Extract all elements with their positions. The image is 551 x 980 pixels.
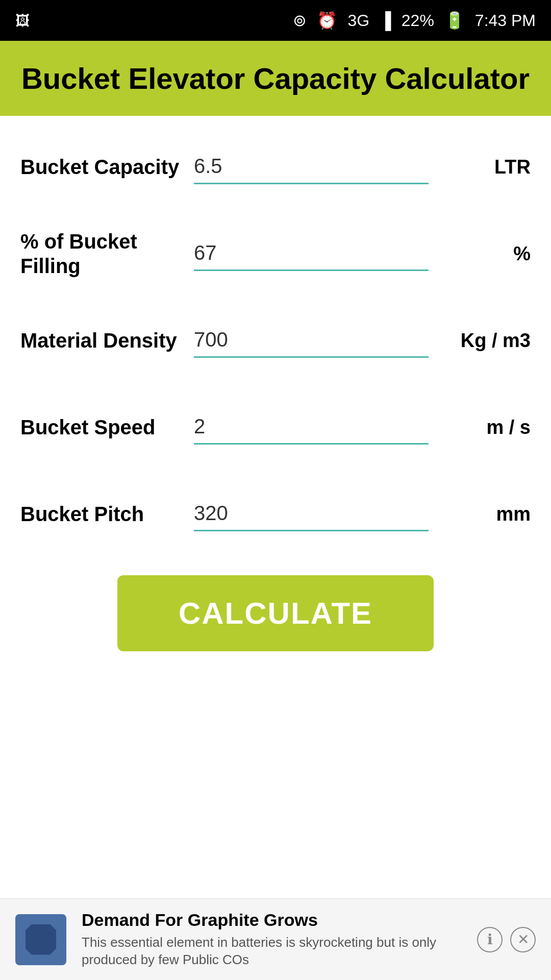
alarm-icon: ⏰ — [317, 11, 337, 30]
bucket-speed-unit: m / s — [439, 416, 531, 438]
clock: 7:43 PM — [475, 11, 536, 30]
bucket-speed-input-container — [194, 410, 429, 445]
bucket-speed-label: Bucket Speed — [20, 415, 184, 439]
ad-logo-graphic — [26, 924, 56, 955]
bucket-filling-row: % of Bucket Filling % — [20, 223, 531, 284]
bucket-speed-row: Bucket Speed m / s — [20, 397, 531, 458]
status-bar: 🖼 ⊚ ⏰ 3G ▐ 22% 🔋 7:43 PM — [0, 0, 551, 41]
app-header: Bucket Elevator Capacity Calculator — [0, 41, 551, 116]
ad-icons-row: ℹ ✕ — [477, 927, 536, 952]
material-density-unit: Kg / m3 — [439, 330, 531, 352]
app-title: Bucket Elevator Capacity Calculator — [10, 61, 541, 95]
bucket-pitch-input-container — [194, 497, 429, 531]
network-indicator: 3G — [347, 11, 369, 30]
ad-content: Demand For Graphite Grows This essential… — [82, 910, 477, 969]
bucket-speed-input[interactable] — [194, 410, 429, 445]
bucket-pitch-input[interactable] — [194, 497, 429, 531]
battery-icon: 🔋 — [444, 11, 465, 30]
material-density-input-container — [194, 323, 429, 358]
status-bar-left: 🖼 — [15, 12, 30, 29]
ad-logo — [15, 914, 66, 965]
material-density-row: Material Density Kg / m3 — [20, 310, 531, 371]
bucket-filling-input[interactable] — [194, 236, 429, 271]
bucket-capacity-label: Bucket Capacity — [20, 155, 184, 179]
wifi-icon: ⊚ — [293, 11, 307, 30]
ad-title: Demand For Graphite Grows — [82, 910, 477, 930]
main-content: Bucket Capacity LTR % of Bucket Filling … — [0, 116, 551, 702]
bucket-pitch-unit: mm — [439, 503, 531, 525]
bucket-pitch-label: Bucket Pitch — [20, 502, 184, 526]
bucket-capacity-row: Bucket Capacity LTR — [20, 136, 531, 198]
bucket-capacity-unit: LTR — [439, 156, 531, 178]
ad-close-button[interactable]: ✕ — [510, 927, 536, 952]
signal-icon: ▐ — [380, 11, 391, 30]
status-bar-right: ⊚ ⏰ 3G ▐ 22% 🔋 7:43 PM — [293, 11, 536, 30]
ad-banner: Demand For Graphite Grows This essential… — [0, 898, 551, 980]
bucket-filling-label: % of Bucket Filling — [20, 229, 184, 278]
material-density-label: Material Density — [20, 328, 184, 353]
calculate-button[interactable]: CALCULATE — [117, 575, 434, 651]
material-density-input[interactable] — [194, 323, 429, 358]
battery-level: 22% — [402, 11, 434, 30]
app-icon: 🖼 — [15, 12, 30, 29]
bucket-capacity-input-container — [194, 150, 429, 184]
bucket-capacity-input[interactable] — [194, 150, 429, 184]
bucket-filling-input-container — [194, 236, 429, 271]
ad-description: This essential element in batteries is s… — [82, 934, 477, 969]
bucket-pitch-row: Bucket Pitch mm — [20, 483, 531, 545]
calculate-btn-container: CALCULATE — [20, 575, 531, 651]
bucket-filling-unit: % — [439, 243, 531, 265]
ad-info-button[interactable]: ℹ — [477, 927, 503, 952]
